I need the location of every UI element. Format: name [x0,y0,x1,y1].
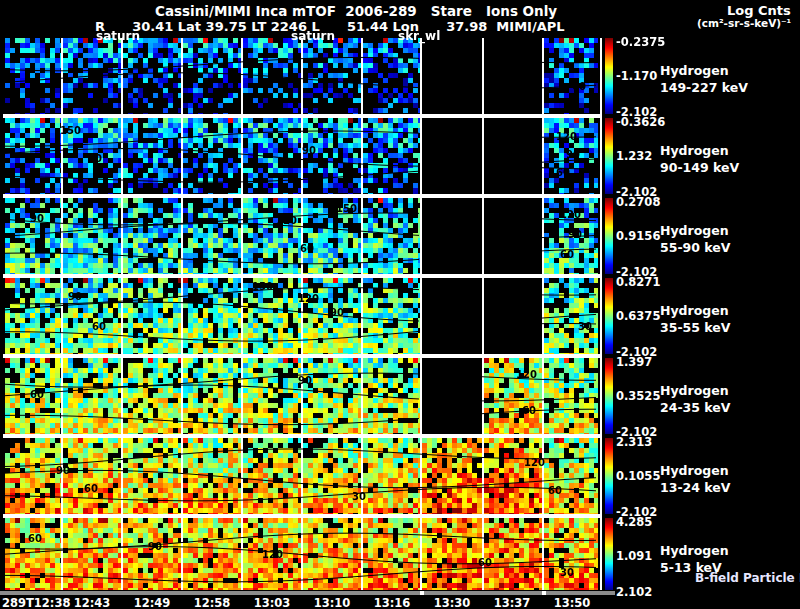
energy-band-label: Hydrogen90-149 keV [660,142,739,176]
panel-overlay-label-1: saturn [291,29,335,43]
time-axis-label: 13:30 [434,596,471,609]
time-axis-label: 13:37 [494,596,531,609]
spectrogram-panels [0,36,616,596]
time-axis-label: 13:03 [254,596,291,609]
colorbar-tick: 0.9156 [616,229,660,243]
colorbar-units-line1: Log Cnts [727,3,791,18]
colorbar-tick: 2.313 [616,435,652,449]
energy-band-label: Hydrogen13-24 keV [660,462,730,496]
time-axis-label: 12:49 [134,596,171,609]
colorbar-tick: 0.6375 [616,309,660,323]
colorbar-tick: -0.2375 [616,35,665,49]
colorbar-tick: 4.285 [616,515,652,529]
colorbar-tick: 0.1055 [616,469,660,483]
time-axis-label: 12:43 [74,596,111,609]
time-axis-label: 13:10 [314,596,351,609]
colorbar-tick: 0.2708 [616,195,660,209]
colorbar-tick: -1.170 [616,69,657,83]
panel-overlay-label-0: saturn [96,29,140,43]
colorbar-tick: 0.3525 [616,389,660,403]
colorbar-tick: 1.397 [616,355,652,369]
time-axis-label: 13:50 [554,596,591,609]
page-title: Cassini/MIMI Inca mTOF 2006-289 Stare Io… [155,3,557,19]
colorbar-tick: 0.8271 [616,275,660,289]
colorbar-tick: -0.3626 [616,115,665,129]
colorbar-units-line2: (cm²-sr-s-keV)⁻¹ [697,17,791,29]
colorbar-tick: 1.232 [616,149,652,163]
panel-overlay-label-2: skr_wl [398,29,440,43]
colorbar-tick: 1.091 [616,549,652,563]
time-axis-label: 289T12:38 [2,596,70,609]
time-axis-label: 13:16 [374,596,411,609]
energy-band-label: Hydrogen149-227 keV [660,62,748,96]
time-axis-label: 12:58 [194,596,231,609]
mimi-inca-display: Cassini/MIMI Inca mTOF 2006-289 Stare Io… [0,0,800,609]
energy-band-label: Hydrogen5-13 keV [660,542,729,576]
energy-band-label: Hydrogen35-55 keV [660,302,730,336]
energy-band-label: Hydrogen55-90 keV [660,222,730,256]
colorbar-tick: 2.102 [616,585,652,599]
energy-band-label: Hydrogen24-35 keV [660,382,730,416]
